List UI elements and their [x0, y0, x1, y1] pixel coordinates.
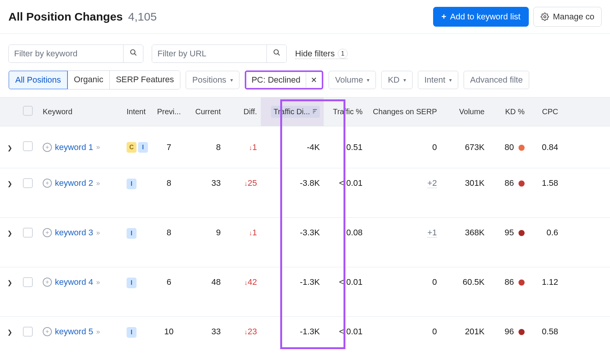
hide-filters-link[interactable]: Hide filters 1 — [295, 49, 348, 59]
diff-cell: ↓42 — [225, 277, 261, 287]
external-arrows-icon: » — [96, 328, 100, 336]
intent-dropdown[interactable]: Intent ▾ — [418, 71, 458, 89]
keyword-search-button[interactable] — [123, 45, 143, 62]
url-search-button[interactable] — [266, 45, 286, 62]
external-arrows-icon: » — [96, 278, 100, 286]
changes-value: 0 — [432, 277, 437, 287]
add-to-keyword-list-button[interactable]: + Add to keyword list — [433, 7, 529, 27]
table-row: ❯ + keyword 3 » I 8 9 ↓1 -3.3K 0.08 +1 3… — [0, 218, 610, 267]
search-icon — [130, 49, 137, 59]
th-intent[interactable]: Intent — [123, 107, 153, 116]
add-keyword-button[interactable]: + — [43, 143, 52, 152]
diff-cell: ↓1 — [225, 142, 261, 152]
keyword-filter-group — [8, 45, 143, 63]
changes-cell: 0 — [366, 327, 441, 337]
th-diff[interactable]: Diff. — [225, 107, 261, 116]
chevron-down-icon: ▾ — [367, 77, 369, 83]
kd-cell: 86 — [488, 277, 528, 287]
intent-badge-i: I — [127, 278, 136, 288]
tab-organic[interactable]: Organic — [68, 71, 110, 89]
add-keyword-button[interactable]: + — [43, 278, 52, 287]
select-all-checkbox[interactable] — [23, 106, 33, 116]
row-checkbox[interactable] — [23, 178, 33, 188]
current-cell: 33 — [185, 327, 225, 337]
keyword-cell: + keyword 5 » — [43, 327, 119, 337]
down-arrow-icon: ↓ — [249, 144, 252, 152]
changes-link[interactable]: +1 — [427, 228, 437, 238]
svg-point-1 — [130, 50, 135, 54]
row-checkbox[interactable] — [23, 141, 33, 151]
filters-row-2: All Positions Organic SERP Features Posi… — [0, 67, 610, 97]
th-previous[interactable]: Previ... — [153, 107, 185, 116]
volume-cell: 60.5K — [441, 277, 488, 287]
th-cpc[interactable]: CPC — [528, 107, 567, 116]
th-traffic-diff-label: Traffic Di... — [273, 107, 310, 116]
intent-cell: I — [123, 327, 153, 338]
manage-button-label: Manage co — [553, 12, 594, 22]
position-type-tabs: All Positions Organic SERP Features — [8, 70, 180, 89]
traffic-diff-cell: -3.8K — [261, 178, 324, 188]
row-checkbox[interactable] — [23, 228, 33, 238]
th-changes[interactable]: Changes on SERP — [366, 107, 441, 116]
pc-declined-filter-chip: PC: Declined ✕ — [245, 70, 323, 89]
keyword-link[interactable]: keyword 4 — [55, 277, 93, 287]
svg-line-2 — [134, 54, 136, 56]
manage-columns-button[interactable]: Manage co — [533, 7, 602, 27]
keyword-link[interactable]: keyword 3 — [55, 228, 93, 238]
cpc-cell: 0.58 — [528, 327, 567, 337]
kd-dropdown[interactable]: KD ▾ — [381, 71, 413, 89]
th-keyword[interactable]: Keyword — [39, 107, 123, 116]
th-traffic-diff[interactable]: Traffic Di... — [261, 97, 324, 126]
traffic-diff-cell: -1.3K — [261, 327, 324, 337]
url-filter-input[interactable] — [152, 45, 266, 62]
tab-all-positions[interactable]: All Positions — [8, 70, 68, 89]
keyword-cell: + keyword 1 » — [43, 142, 119, 152]
table-body: ❯ + keyword 1 » CI 7 8 ↓1 -4K 0.51 0 673… — [0, 126, 610, 364]
external-arrows-icon: » — [96, 179, 100, 187]
add-keyword-button[interactable]: + — [43, 228, 52, 237]
results-table: Keyword Intent Previ... Current Diff. Tr… — [0, 97, 610, 364]
add-button-label: Add to keyword list — [450, 12, 521, 22]
expand-row-button[interactable]: ❯ — [7, 279, 12, 286]
previous-cell: 8 — [153, 228, 185, 238]
th-volume[interactable]: Volume — [441, 107, 488, 116]
kd-cell: 86 — [488, 178, 528, 188]
keyword-link[interactable]: keyword 5 — [55, 327, 93, 337]
chevron-down-icon: ▾ — [230, 77, 233, 83]
chevron-down-icon: ▾ — [449, 77, 452, 83]
positions-dropdown[interactable]: Positions ▾ — [186, 71, 239, 89]
th-traffic-pct[interactable]: Traffic % — [324, 107, 366, 116]
volume-cell: 673K — [441, 142, 488, 152]
intent-badge-i: I — [127, 179, 136, 189]
add-keyword-button[interactable]: + — [43, 327, 52, 336]
volume-dropdown[interactable]: Volume ▾ — [329, 71, 376, 89]
expand-row-button[interactable]: ❯ — [7, 145, 12, 151]
tab-serp-features[interactable]: SERP Features — [110, 71, 180, 89]
row-checkbox[interactable] — [23, 277, 33, 287]
pc-chip-label[interactable]: PC: Declined — [246, 72, 306, 88]
expand-row-button[interactable]: ❯ — [7, 329, 12, 335]
expand-row-button[interactable]: ❯ — [7, 180, 12, 187]
kd-dot-icon — [518, 180, 525, 187]
expand-row-button[interactable]: ❯ — [7, 230, 12, 236]
keyword-filter-input[interactable] — [9, 45, 123, 62]
volume-cell: 201K — [441, 327, 488, 337]
th-current[interactable]: Current — [185, 107, 225, 116]
kd-dot-icon — [518, 145, 525, 151]
search-icon — [273, 49, 281, 59]
changes-link[interactable]: +2 — [427, 178, 437, 188]
table-row: ❯ + keyword 1 » CI 7 8 ↓1 -4K 0.51 0 673… — [0, 126, 610, 168]
keyword-link[interactable]: keyword 2 — [55, 178, 93, 188]
intent-badge-i: I — [138, 142, 148, 153]
add-keyword-button[interactable]: + — [43, 179, 52, 188]
chevron-down-icon: ▾ — [403, 77, 406, 83]
keyword-link[interactable]: keyword 1 — [55, 142, 93, 152]
advanced-filters-dropdown[interactable]: Advanced filte — [464, 71, 529, 89]
row-checkbox[interactable] — [23, 327, 33, 337]
diff-cell: ↓25 — [225, 178, 261, 188]
previous-cell: 7 — [153, 142, 185, 152]
th-kd[interactable]: KD % — [488, 107, 528, 116]
changes-value: 0 — [432, 327, 437, 336]
pc-chip-close-button[interactable]: ✕ — [306, 72, 322, 88]
traffic-pct-cell: 0.51 — [324, 142, 366, 152]
